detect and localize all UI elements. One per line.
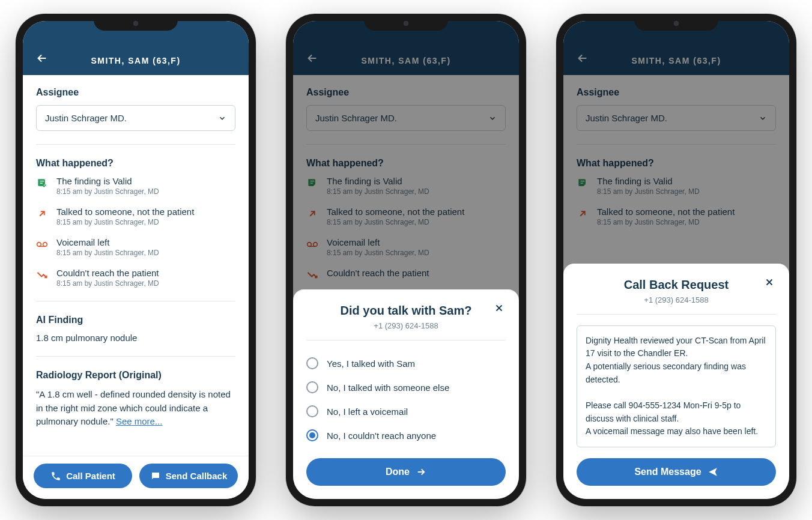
divider [36, 301, 235, 301]
screen: SMITH, SAM (63,F) Assignee Justin Schrag… [563, 21, 789, 499]
arrow-left-icon [35, 52, 49, 65]
what-happened-label: What happened? [36, 158, 235, 169]
arrow-out-icon [36, 208, 48, 220]
sheet-phone: +1 (293) 624-1588 [577, 295, 776, 304]
callback-sheet: Call Back Request +1 (293) 624-1588 Dign… [563, 264, 789, 500]
screen: SMITH, SAM (63,F) Assignee Justin Schrag… [293, 21, 519, 499]
sheet-phone: +1 (293) 624-1588 [306, 321, 506, 330]
chevron-down-icon [218, 114, 226, 122]
report-label: Radiology Report (Original) [36, 370, 235, 381]
ai-finding-text: 1.8 cm pulmonary nodule [36, 333, 235, 343]
event-meta: 8:15 am by Justin Schrager, MD [56, 279, 235, 288]
screen: SMITH, SAM (63,F) Assignee Justin Schrag… [23, 21, 249, 499]
event-title: Talked to someone, not the patient [56, 207, 235, 217]
app-header: SMITH, SAM (63,F) [23, 21, 249, 75]
call-patient-button[interactable]: Call Patient [34, 464, 132, 488]
radio-option-talked-someone-else[interactable]: No, I talked with someone else [306, 375, 506, 399]
divider [577, 314, 776, 315]
done-button[interactable]: Done [306, 458, 506, 486]
event-title: Voicemail left [56, 237, 235, 247]
close-button[interactable] [494, 303, 506, 315]
close-button[interactable] [764, 277, 776, 289]
content-area: Assignee Justin Schrager MD. What happen… [23, 75, 249, 456]
callback-message-textarea[interactable]: Dignity Health reviewed your CT-Scan fro… [577, 325, 776, 448]
phone-mockup-3: SMITH, SAM (63,F) Assignee Justin Schrag… [556, 14, 796, 506]
ai-finding-label: AI Finding [36, 315, 235, 325]
event-title: The finding is Valid [56, 176, 235, 186]
see-more-link[interactable]: See more... [116, 416, 163, 426]
radio-icon-selected [306, 429, 318, 441]
sheet-title: Call Back Request [577, 278, 776, 292]
assignee-value: Justin Schrager MD. [45, 113, 127, 123]
back-button[interactable] [35, 51, 49, 65]
event-row: Talked to someone, not the patient 8:15 … [36, 207, 235, 226]
event-row: Couldn't reach the patient 8:15 am by Ju… [36, 268, 235, 288]
assignee-label: Assignee [36, 87, 235, 98]
svg-point-1 [43, 243, 47, 247]
event-meta: 8:15 am by Justin Schrager, MD [56, 187, 235, 196]
close-icon [764, 277, 775, 288]
event-row: The finding is Valid 8:15 am by Justin S… [36, 176, 235, 196]
bottom-action-bar: Call Patient Send Callback [23, 456, 249, 499]
event-meta: 8:15 am by Justin Schrager, MD [56, 249, 235, 257]
arrow-right-icon [416, 467, 426, 477]
radio-option-left-voicemail[interactable]: No, I left a voicemail [306, 399, 506, 423]
sheet-title: Did you talk with Sam? [306, 304, 506, 318]
divider [36, 144, 235, 145]
divider [36, 356, 235, 357]
report-text: "A 1.8 cm well - defined rounded density… [36, 388, 235, 429]
divider [306, 340, 506, 340]
missed-call-icon [36, 269, 48, 281]
radio-option-couldnt-reach[interactable]: No, I couldn't reach anyone [306, 423, 506, 447]
phone-icon [50, 471, 61, 482]
radio-icon [306, 381, 318, 393]
event-title: Couldn't reach the patient [56, 268, 235, 278]
message-icon [150, 471, 161, 482]
send-icon [707, 467, 718, 477]
phone-mockup-1: SMITH, SAM (63,F) Assignee Justin Schrag… [16, 14, 256, 506]
radio-option-talked-with-sam[interactable]: Yes, I talked with Sam [306, 351, 506, 375]
send-message-button[interactable]: Send Message [577, 458, 776, 486]
close-icon [494, 303, 504, 313]
event-row: Voicemail left 8:15 am by Justin Schrage… [36, 237, 235, 257]
talk-sheet: Did you talk with Sam? +1 (293) 624-1588… [293, 289, 519, 499]
radio-icon [306, 357, 318, 369]
voicemail-icon [36, 238, 48, 250]
note-check-icon [36, 177, 48, 189]
phone-mockup-2: SMITH, SAM (63,F) Assignee Justin Schrag… [286, 14, 526, 506]
assignee-select[interactable]: Justin Schrager MD. [36, 105, 235, 131]
send-callback-button[interactable]: Send Callback [139, 464, 238, 488]
event-meta: 8:15 am by Justin Schrager, MD [56, 218, 235, 226]
page-title: SMITH, SAM (63,F) [35, 56, 237, 65]
svg-point-0 [37, 243, 41, 247]
radio-icon [306, 405, 318, 417]
